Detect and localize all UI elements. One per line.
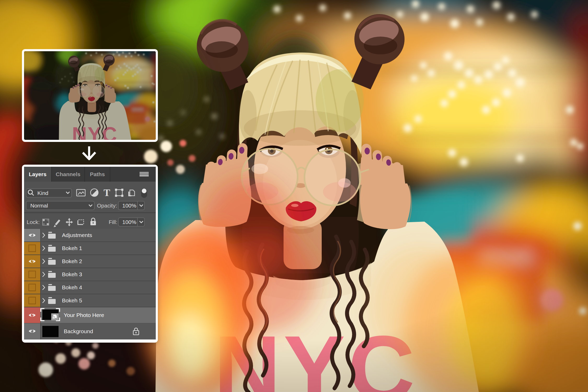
- svg-text:T: T: [103, 187, 110, 198]
